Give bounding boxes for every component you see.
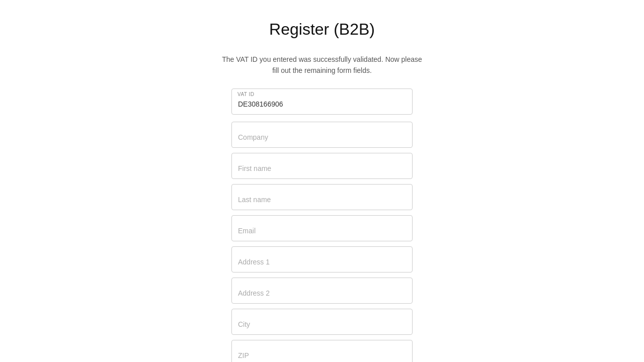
address2-wrapper	[231, 278, 413, 304]
page-title: Register (B2B)	[269, 20, 375, 39]
first-name-wrapper	[231, 153, 413, 179]
address1-input[interactable]	[231, 246, 413, 273]
city-input[interactable]	[231, 309, 413, 335]
description: The VAT ID you entered was successfully …	[222, 54, 422, 76]
address2-input[interactable]	[231, 278, 413, 304]
company-input[interactable]	[231, 122, 413, 148]
first-name-input[interactable]	[231, 153, 413, 179]
form-container: VAT ID	[231, 88, 413, 362]
page-container: Register (B2B) The VAT ID you entered wa…	[0, 0, 644, 362]
company-wrapper	[231, 122, 413, 148]
email-input[interactable]	[231, 215, 413, 241]
address1-wrapper	[231, 246, 413, 273]
vat-id-input[interactable]	[231, 88, 413, 115]
last-name-input[interactable]	[231, 184, 413, 210]
zip-input[interactable]	[231, 340, 413, 362]
city-wrapper	[231, 309, 413, 335]
email-wrapper	[231, 215, 413, 241]
last-name-wrapper	[231, 184, 413, 210]
vat-id-wrapper: VAT ID	[231, 88, 413, 115]
zip-wrapper	[231, 340, 413, 362]
